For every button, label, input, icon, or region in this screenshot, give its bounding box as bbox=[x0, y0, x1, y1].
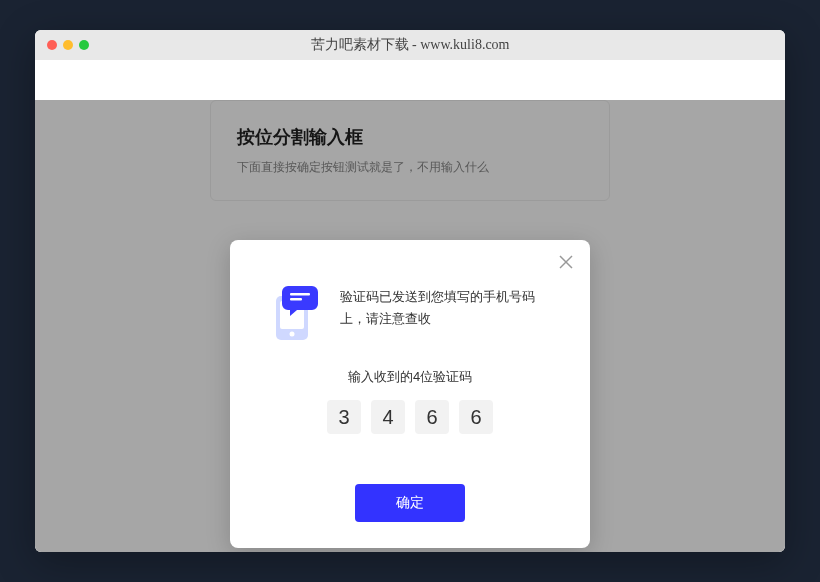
close-icon[interactable] bbox=[558, 254, 574, 270]
verification-modal: 验证码已发送到您填写的手机号码上，请注意查收 输入收到的4位验证码 3 4 6 … bbox=[230, 240, 590, 548]
browser-window: 苦力吧素材下载 - www.kuli8.com 按位分割输入框 下面直接按确定按… bbox=[35, 30, 785, 552]
browser-title-bar: 苦力吧素材下载 - www.kuli8.com bbox=[35, 30, 785, 60]
minimize-window-button[interactable] bbox=[63, 40, 73, 50]
svg-point-4 bbox=[290, 332, 295, 337]
code-digit-3[interactable]: 6 bbox=[415, 400, 449, 434]
maximize-window-button[interactable] bbox=[79, 40, 89, 50]
page-content: 按位分割输入框 下面直接按确定按钮测试就是了，不用输入什么 bbox=[35, 100, 785, 552]
browser-title: 苦力吧素材下载 - www.kuli8.com bbox=[311, 36, 510, 54]
phone-sms-icon bbox=[266, 284, 322, 340]
modal-message: 验证码已发送到您填写的手机号码上，请注意查收 bbox=[340, 284, 560, 330]
close-window-button[interactable] bbox=[47, 40, 57, 50]
code-input-label: 输入收到的4位验证码 bbox=[260, 368, 560, 386]
code-digit-4[interactable]: 6 bbox=[459, 400, 493, 434]
code-input-group: 3 4 6 6 bbox=[260, 400, 560, 434]
code-digit-2[interactable]: 4 bbox=[371, 400, 405, 434]
modal-header: 验证码已发送到您填写的手机号码上，请注意查收 bbox=[260, 284, 560, 340]
traffic-lights bbox=[47, 40, 89, 50]
code-digit-1[interactable]: 3 bbox=[327, 400, 361, 434]
confirm-button[interactable]: 确定 bbox=[355, 484, 465, 522]
svg-rect-6 bbox=[290, 298, 302, 301]
svg-rect-5 bbox=[290, 293, 310, 296]
